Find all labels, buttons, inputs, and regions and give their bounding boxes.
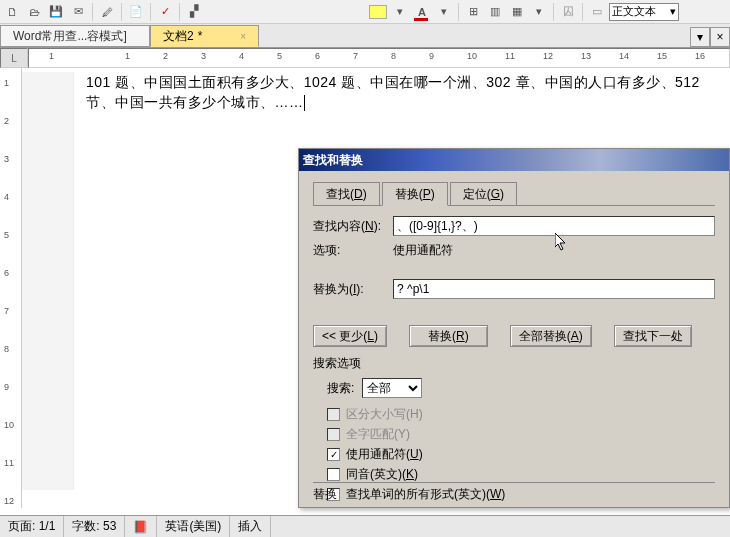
find-replace-dialog: 查找和替换 查找(D) 替换(P) 定位(G) 查找内容(N): 选项: 使用通… [298,148,730,508]
tab-close-icon[interactable]: × [710,27,730,47]
find-label: 查找内容(N): [313,218,393,235]
search-direction-label: 搜索: [327,380,354,397]
replace-all-button[interactable]: 全部替换(A) [510,325,592,347]
font-color-icon[interactable]: A [412,2,432,22]
tab-goto[interactable]: 定位(G) [450,182,517,206]
print-preview-icon[interactable]: 📄 [126,2,146,22]
dropdown-icon[interactable]: ▾ [434,2,454,22]
document-line: 101 题、中国国土面积有多少大、1024 题、中国在哪一个洲、302 章、中国… [86,72,716,92]
border-icon[interactable]: ▦ [507,2,527,22]
options-value: 使用通配符 [393,242,453,259]
page-status[interactable]: 页面: 1/1 [0,516,64,537]
close-icon[interactable]: × [240,31,246,42]
new-doc-icon[interactable]: 🗋 [2,2,22,22]
document-line: 节、中国一共有多少个城市、…… [86,92,716,112]
export-icon[interactable]: ▞ [184,2,204,22]
options-label: 选项: [313,242,393,259]
horizontal-ruler[interactable]: 11234567891011121314151617 [28,48,730,68]
dropdown-icon[interactable]: ▾ [529,2,549,22]
less-button[interactable]: << 更少(L) [313,325,387,347]
doc-tab-inactive[interactable]: Word常用查...容模式] [0,25,150,47]
match-case-checkbox: 区分大小写(H) [327,406,715,423]
tab-find[interactable]: 查找(D) [313,182,380,206]
table-icon[interactable]: ⊞ [463,2,483,22]
whole-word-checkbox: 全字匹配(Y) [327,426,715,443]
search-options-header: 搜索选项 [313,355,715,372]
find-next-button[interactable]: 查找下一处 [614,325,692,347]
mail-icon[interactable]: ✉ [68,2,88,22]
document-tab-bar: Word常用查...容模式] 文档2* × ▾ × [0,24,730,48]
tab-dropdown-icon[interactable]: ▾ [690,27,710,47]
sounds-like-checkbox[interactable]: 同音(英文)(K) [327,466,715,483]
spellcheck-icon[interactable]: ✓ [155,2,175,22]
ruler-area: L 11234567891011121314151617 [0,48,730,68]
edit-icon[interactable]: 🖉 [97,2,117,22]
wildcards-checkbox[interactable]: ✓使用通配符(U) [327,446,715,463]
dropdown-icon[interactable]: ▾ [390,2,410,22]
open-icon[interactable]: 🗁 [24,2,44,22]
vertical-ruler[interactable]: 123456789101112 [0,68,22,508]
window-icon[interactable]: ▭ [587,2,607,22]
wordcount-status[interactable]: 字数: 53 [64,516,125,537]
search-direction-combo[interactable]: 全部 [362,378,422,398]
highlight-icon[interactable] [368,2,388,22]
language-status[interactable]: 英语(美国) [157,516,230,537]
dialog-title[interactable]: 查找和替换 [299,149,729,171]
dialog-tabs: 查找(D) 替换(P) 定位(G) [313,181,715,206]
replace-button[interactable]: 替换(R) [409,325,488,347]
doc-tab-active[interactable]: 文档2* × [150,25,259,47]
char-icon[interactable]: 囚 [558,2,578,22]
main-toolbar: 🗋 🗁 💾 ✉ 🖉 📄 ✓ ▞ ▾ A ▾ ⊞ ▥ ▦ ▾ 囚 ▭ 正文文本▾ [0,0,730,24]
book-icon[interactable]: 📕 [125,516,157,537]
tab-replace[interactable]: 替换(P) [382,182,448,206]
status-bar: 页面: 1/1 字数: 53 📕 英语(美国) 插入 [0,515,730,537]
insert-mode-status[interactable]: 插入 [230,516,271,537]
dialog-footer-label: 替换 [313,486,715,503]
find-input[interactable] [393,216,715,236]
replace-label: 替换为(I): [313,281,393,298]
save-icon[interactable]: 💾 [46,2,66,22]
ruler-corner: L [0,48,28,68]
columns-icon[interactable]: ▥ [485,2,505,22]
replace-input[interactable] [393,279,715,299]
paragraph-style-combo[interactable]: 正文文本▾ [609,3,679,21]
